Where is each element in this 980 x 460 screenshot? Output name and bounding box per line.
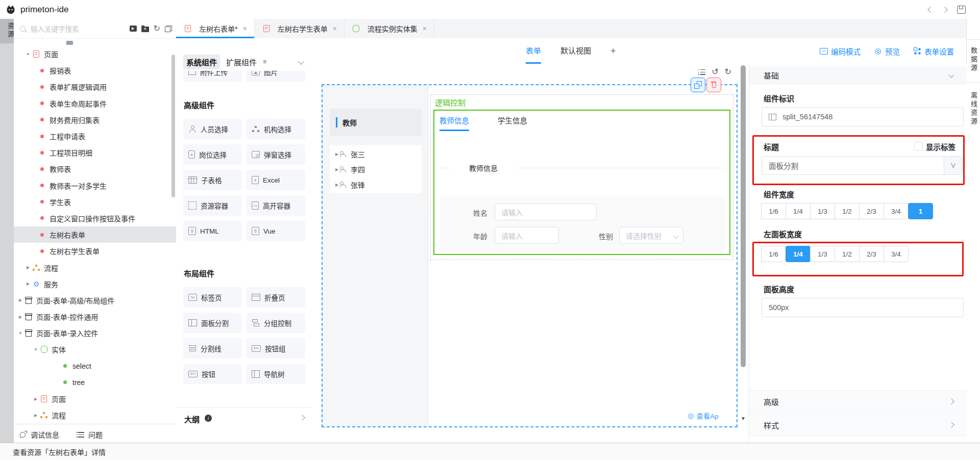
copy-component-button[interactable] [691, 78, 705, 92]
left-width-option[interactable]: 2/3 [859, 246, 884, 262]
add-view-button[interactable]: + [610, 46, 616, 57]
tree-item[interactable]: 页面-表单-高级/布局组件 [14, 292, 176, 309]
activity-tab-resources[interactable]: 资源 [0, 19, 14, 43]
tree-item[interactable]: select [14, 358, 176, 374]
palette-item[interactable]: 高开容器 [247, 195, 305, 216]
tree-item[interactable]: 教师表 [14, 161, 176, 177]
tree-item[interactable]: 表单生命周起事件 [14, 95, 176, 112]
scroll-down-arrow-icon[interactable]: ▼ [741, 416, 746, 421]
bottom-tab[interactable]: 问题 [77, 429, 103, 440]
canvas-action-button[interactable]: 表单设置 [913, 46, 954, 57]
palette-item[interactable]: 岗位选择 [183, 144, 242, 165]
canvas-action-button[interactable]: 预览 [874, 46, 900, 57]
palette-item[interactable]: 按钮 [183, 364, 242, 384]
teacher-tree-item[interactable]: 张三 [330, 146, 422, 162]
tree-caret-icon[interactable] [32, 413, 39, 418]
bottom-tab[interactable]: 调试信息 [19, 429, 59, 440]
palette-item[interactable]: 资源容器 [183, 195, 242, 216]
tree-item[interactable]: 左树右表单 [14, 226, 176, 243]
document-tab[interactable]: 左树右表单* × [176, 19, 255, 38]
palette-item[interactable]: 面板分割 [183, 313, 242, 333]
tree-caret-icon[interactable] [334, 167, 340, 172]
palette-item[interactable]: 按钮组 [247, 338, 305, 359]
tree-item[interactable]: 页面 [14, 391, 176, 407]
palette-item[interactable]: 图片 [247, 71, 305, 82]
left-width-option[interactable]: 1/4 [786, 246, 811, 262]
left-width-option[interactable]: 1/3 [810, 246, 835, 262]
view-api-link[interactable]: 查看Ap [688, 411, 719, 421]
palette-item[interactable]: 附件上传 [183, 71, 242, 82]
tree-item[interactable]: 页面-表单-控件通用 [14, 309, 176, 325]
show-label-checkbox[interactable] [914, 142, 923, 150]
tree-item[interactable]: 左树右学生表单 [14, 243, 176, 259]
selected-split-component[interactable]: 教师 张三 李四 [322, 84, 738, 427]
tree-item[interactable]: 流程 [14, 259, 176, 275]
section-basic[interactable]: 基础 [749, 66, 967, 84]
width-option[interactable]: 1/6 [761, 203, 786, 219]
tree-item[interactable]: 页面-表单-录入控件 [14, 325, 176, 341]
new-folder-icon[interactable] [141, 27, 149, 32]
teacher-tree-item[interactable]: 李四 [330, 162, 422, 177]
palette-item[interactable]: 标签页 [183, 287, 242, 308]
width-option[interactable]: 1/4 [786, 203, 811, 219]
teacher-tree-item[interactable]: 张锋 [330, 177, 422, 192]
search-input[interactable]: 输入关键字搜索 [31, 23, 79, 34]
tree-item[interactable]: 工程申请表 [14, 128, 176, 144]
history-back-icon[interactable] [927, 7, 933, 12]
tree-caret-icon[interactable] [32, 397, 39, 401]
panel-height-input[interactable]: 500px [762, 298, 964, 317]
view-tab[interactable]: 默认视图 [560, 38, 591, 64]
tree-caret-icon[interactable] [32, 347, 39, 352]
dock-tab-offline-resources[interactable]: 离线资源 [969, 85, 978, 134]
palette-item[interactable]: 分割线 [183, 338, 242, 359]
tree-caret-icon[interactable] [334, 183, 340, 187]
tree-item[interactable]: 表单扩展逻辑调用 [14, 79, 176, 95]
palette-item[interactable]: 折叠页 [247, 287, 305, 308]
form-tab[interactable]: 学生信息 [498, 111, 527, 131]
palette-item[interactable]: 导航树 [247, 364, 305, 384]
close-icon[interactable]: × [423, 24, 427, 33]
section-advanced[interactable]: 高级 [749, 390, 967, 413]
tree-caret-icon[interactable] [17, 331, 24, 336]
section-style[interactable]: 样式 [749, 414, 967, 436]
tree-caret-icon[interactable] [334, 152, 340, 157]
tree-caret-icon[interactable] [17, 315, 24, 319]
tree-caret-icon[interactable] [17, 298, 24, 302]
sidebar-scrollbar[interactable] [172, 55, 175, 197]
close-icon[interactable]: × [242, 24, 247, 33]
title-input-suffix[interactable]: V [944, 157, 962, 174]
delete-component-button[interactable] [706, 78, 721, 92]
width-option[interactable]: 1 [908, 203, 933, 219]
close-icon[interactable]: × [333, 24, 337, 33]
logic-control-container[interactable]: 教师信息 学生信息 教师信息 姓名 请输入 年龄 请输入 [433, 110, 730, 255]
tree-item[interactable]: 页面 [14, 46, 176, 62]
tree-item[interactable]: 自定义窗口操作按钮及事件 [14, 210, 176, 226]
width-option[interactable]: 3/4 [884, 203, 909, 219]
document-tab[interactable]: 流程实例实体集 × [345, 19, 434, 38]
tree-item[interactable]: 流程 [14, 407, 176, 423]
outline-section[interactable]: 大纲 i [176, 407, 312, 443]
width-option[interactable]: 2/3 [859, 203, 884, 219]
tree-item[interactable]: 工程项目明细 [14, 144, 176, 161]
dock-tab-datasource[interactable]: 数据源 [969, 40, 978, 80]
view-tab[interactable]: 表单 [526, 38, 541, 64]
tree-item[interactable]: 服务 [14, 276, 176, 292]
left-width-option[interactable]: 1/2 [835, 246, 860, 262]
canvas-action-button[interactable]: 编码模式 [820, 46, 861, 57]
palette-item[interactable]: 人员选择 [183, 119, 242, 139]
tree-item[interactable]: 教师表一对多学生 [14, 177, 176, 194]
title-input[interactable]: 面板分割 V [762, 156, 963, 175]
document-tab[interactable]: 左树右学生表单 × [255, 19, 345, 38]
import-resource-icon[interactable] [130, 25, 137, 32]
palette-menu-icon[interactable]: ≡ [263, 58, 266, 65]
left-width-option[interactable]: 1/6 [761, 246, 786, 262]
redo-icon[interactable]: ↻ [725, 68, 731, 76]
tree-item[interactable]: 实体 [14, 341, 176, 357]
left-width-option[interactable]: 3/4 [884, 246, 909, 262]
form-tab[interactable]: 教师信息 [439, 111, 469, 131]
history-forward-icon[interactable] [942, 7, 947, 12]
save-icon[interactable] [957, 6, 966, 14]
tree-caret-icon[interactable] [24, 282, 32, 286]
palette-item[interactable]: 分组控制 [247, 313, 305, 333]
name-input[interactable]: 请输入 [495, 203, 597, 220]
